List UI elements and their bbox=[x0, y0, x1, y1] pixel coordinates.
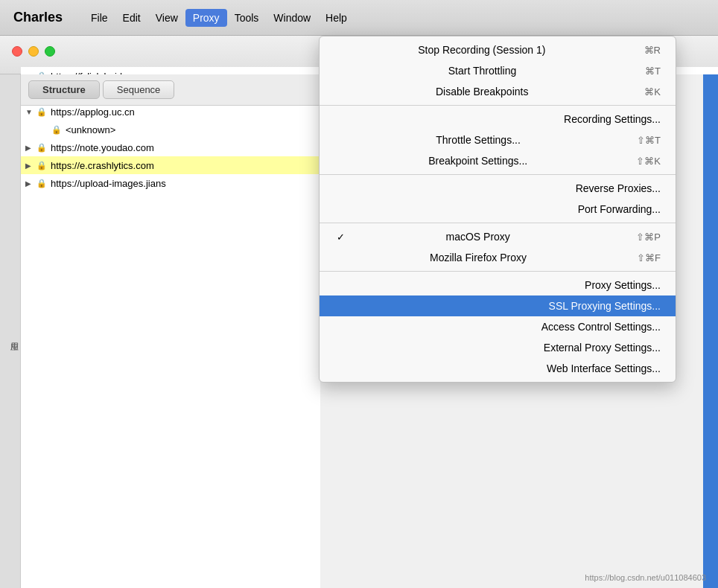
tab-structure[interactable]: Structure bbox=[28, 80, 100, 99]
menu-item-web-interface[interactable]: Web Interface Settings... bbox=[320, 358, 676, 379]
menu-label-recording-settings: Recording Settings... bbox=[564, 113, 661, 125]
app-label: 应用 bbox=[0, 74, 21, 588]
menu-item-proxy-settings[interactable]: Proxy Settings... bbox=[320, 275, 676, 295]
menu-label-access-control: Access Control Settings... bbox=[541, 321, 661, 333]
shortcut-breakpoint-settings: ⇧⌘K bbox=[636, 156, 661, 167]
menu-help[interactable]: Help bbox=[318, 9, 355, 27]
menu-label-start-throttling: Start Throttling bbox=[448, 65, 517, 77]
menu-label-port-forwarding: Port Forwarding... bbox=[578, 203, 661, 215]
expand-icon-applog: ▼ bbox=[25, 108, 36, 116]
menu-item-disable-breakpoints[interactable]: Disable Breakpoints⌘K bbox=[320, 81, 676, 102]
menu-item-macos-proxy[interactable]: ✓macOS Proxy⇧⌘P bbox=[320, 226, 676, 247]
menu-item-firefox-proxy[interactable]: Mozilla Firefox Proxy⇧⌘F bbox=[320, 247, 676, 268]
menu-item-external-proxy[interactable]: External Proxy Settings... bbox=[320, 337, 676, 358]
menu-item-access-control[interactable]: Access Control Settings... bbox=[320, 316, 676, 337]
menu-label-throttle-settings: Throttle Settings... bbox=[436, 134, 521, 146]
menu-item-ssl-proxying[interactable]: SSL Proxying Settings... bbox=[320, 295, 676, 316]
expand-icon-note: ▶ bbox=[25, 144, 36, 152]
traffic-lights bbox=[12, 46, 55, 57]
shortcut-macos-proxy: ⇧⌘P bbox=[636, 231, 661, 243]
minimize-button[interactable] bbox=[28, 46, 39, 57]
expand-icon-upload: ▶ bbox=[25, 179, 36, 188]
lock-icon-applog: 🔒 bbox=[36, 106, 48, 118]
lock-icon-applog-unknown: 🔒 bbox=[51, 124, 63, 135]
menu-item-throttle-settings[interactable]: Throttle Settings...⇧⌘T bbox=[320, 130, 676, 150]
menu-label-disable-breakpoints: Disable Breakpoints bbox=[436, 86, 529, 98]
menu-separator-10 bbox=[320, 223, 676, 223]
menu-proxy[interactable]: Proxy bbox=[185, 9, 227, 27]
menu-item-start-throttling[interactable]: Start Throttling⌘T bbox=[320, 60, 676, 81]
menu-label-ssl-proxying: SSL Proxying Settings... bbox=[549, 300, 661, 312]
lock-icon-note: 🔒 bbox=[36, 141, 48, 153]
menu-item-reverse-proxies[interactable]: Reverse Proxies... bbox=[320, 178, 676, 199]
tab-sequence[interactable]: Sequence bbox=[103, 80, 175, 99]
right-panel-highlight bbox=[703, 74, 718, 588]
menu-label-breakpoint-settings: Breakpoint Settings... bbox=[428, 155, 527, 167]
close-button[interactable] bbox=[12, 46, 22, 57]
menu-separator-3 bbox=[320, 105, 676, 106]
menu-label-web-interface: Web Interface Settings... bbox=[547, 362, 661, 374]
menu-window[interactable]: Window bbox=[266, 9, 318, 27]
shortcut-throttle-settings: ⇧⌘T bbox=[637, 135, 661, 146]
menu-item-breakpoint-settings[interactable]: Breakpoint Settings...⇧⌘K bbox=[320, 150, 676, 171]
menu-separator-13 bbox=[320, 271, 676, 272]
menu-label-stop-recording: Stop Recording (Session 1) bbox=[418, 44, 545, 56]
shortcut-stop-recording: ⌘R bbox=[644, 45, 661, 56]
shortcut-firefox-proxy: ⇧⌘F bbox=[637, 252, 661, 263]
menu-edit[interactable]: Edit bbox=[115, 9, 148, 27]
lock-icon-crashlytics: 🔒 bbox=[36, 159, 48, 171]
menu-label-reverse-proxies: Reverse Proxies... bbox=[576, 182, 661, 194]
menu-label-proxy-settings: Proxy Settings... bbox=[585, 279, 661, 291]
menu-item-stop-recording[interactable]: Stop Recording (Session 1)⌘R bbox=[320, 39, 676, 60]
menubar: Charles File Edit View Proxy Tools Windo… bbox=[0, 0, 718, 36]
lock-icon-upload: 🔒 bbox=[36, 177, 48, 189]
proxy-dropdown-menu: Stop Recording (Session 1)⌘RStart Thrott… bbox=[319, 36, 676, 383]
expand-icon-crashlytics: ▶ bbox=[25, 162, 36, 170]
menu-item-recording-settings[interactable]: Recording Settings... bbox=[320, 109, 676, 130]
shortcut-disable-breakpoints: ⌘K bbox=[644, 86, 661, 98]
menu-file[interactable]: File bbox=[83, 9, 115, 27]
menu-label-firefox-proxy: Mozilla Firefox Proxy bbox=[430, 252, 527, 263]
menu-tools[interactable]: Tools bbox=[227, 9, 267, 27]
app-name: Charles bbox=[7, 10, 69, 25]
check-macos-proxy: ✓ bbox=[334, 231, 346, 243]
sidebar-tabs: Structure Sequence bbox=[21, 74, 320, 106]
menu-label-external-proxy: External Proxy Settings... bbox=[544, 342, 661, 354]
shortcut-start-throttling: ⌘T bbox=[645, 65, 661, 77]
menu-label-macos-proxy: macOS Proxy bbox=[445, 231, 509, 243]
menu-item-port-forwarding[interactable]: Port Forwarding... bbox=[320, 199, 676, 220]
menu-view[interactable]: View bbox=[148, 9, 185, 27]
watermark: https://blog.csdn.net/u011084603 bbox=[585, 573, 706, 582]
maximize-button[interactable] bbox=[45, 46, 55, 57]
menu-separator-7 bbox=[320, 174, 676, 175]
